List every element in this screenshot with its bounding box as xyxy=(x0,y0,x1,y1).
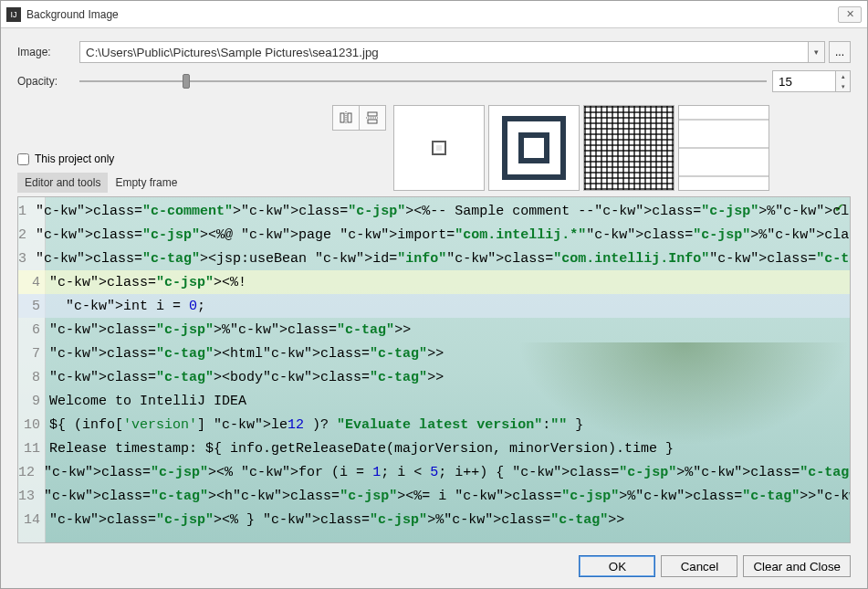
clear-and-close-button[interactable]: Clear and Close xyxy=(743,555,851,577)
anchor-grid[interactable] xyxy=(678,105,769,191)
tabs: Editor and tools Empty frame xyxy=(17,173,393,193)
tab-empty-frame[interactable]: Empty frame xyxy=(108,173,184,193)
chevron-up-icon[interactable]: ▴ xyxy=(836,71,850,81)
code-line: 6"c-kw">class="c-jsp">%"c-kw">class="c-t… xyxy=(18,318,850,342)
code-line: 3"c-kw">class="c-tag"><jsp:useBean "c-kw… xyxy=(18,247,850,270)
left-column: This project only Editor and tools Empty… xyxy=(17,105,393,193)
cancel-button[interactable]: Cancel xyxy=(661,555,737,577)
fill-scale-tile[interactable] xyxy=(488,105,580,191)
mirror-horizontal-icon[interactable] xyxy=(332,105,360,131)
opacity-spinner[interactable]: ▴ ▾ xyxy=(836,70,851,92)
dialog-title: Background Image xyxy=(26,8,838,21)
ok-button[interactable]: OK xyxy=(579,555,655,577)
code-line: 2"c-kw">class="c-jsp"><%@ "c-kw">page "c… xyxy=(18,223,850,247)
dialog-window: IJ Background Image ✕ Image: ▾ ... Opaci… xyxy=(0,0,868,589)
titlebar: IJ Background Image ✕ xyxy=(1,1,867,28)
code-line: 14"c-kw">class="c-jsp"><% } "c-kw">class… xyxy=(18,508,850,531)
code-line: 9Welcome to IntelliJ IDEA xyxy=(18,389,850,413)
mirror-vertical-icon[interactable] xyxy=(359,105,386,131)
code-line: 13"c-kw">class="c-tag"><h"c-kw">class="c… xyxy=(18,484,850,508)
image-row: Image: ▾ ... xyxy=(17,41,851,63)
app-icon: IJ xyxy=(6,7,21,22)
editor-preview: ✔ 1"c-kw">class="c-comment">"c-kw">class… xyxy=(17,196,851,543)
svg-rect-3 xyxy=(368,112,377,116)
preview-tiles xyxy=(393,105,851,193)
code-line: 10${ (info['version'] "c-kw">le 12 )? "E… xyxy=(18,413,850,436)
placement-toolbar xyxy=(17,105,393,131)
dialog-buttons: OK Cancel Clear and Close xyxy=(1,546,867,588)
code-line: 12"c-kw">class="c-jsp"><% "c-kw">for (i … xyxy=(18,460,850,484)
project-only-checkbox[interactable] xyxy=(17,153,29,165)
close-icon[interactable]: ✕ xyxy=(838,6,862,23)
project-only-row: This project only xyxy=(17,153,393,165)
dialog-content: Image: ▾ ... Opacity: ▴ ▾ xyxy=(1,28,867,546)
code-line: 7"c-kw">class="c-tag"><html"c-kw">class=… xyxy=(18,342,850,365)
opacity-input[interactable] xyxy=(772,70,836,92)
chevron-down-icon[interactable]: ▾ xyxy=(809,41,825,63)
fill-tile-tile[interactable] xyxy=(583,105,675,191)
opacity-slider[interactable] xyxy=(79,72,767,90)
code-line: 4"c-kw">class="c-jsp"><%! xyxy=(18,270,850,294)
svg-rect-1 xyxy=(348,113,351,122)
svg-rect-4 xyxy=(368,120,377,123)
code-line: 11Release timestamp: ${ info.getReleaseD… xyxy=(18,436,850,460)
chevron-down-icon[interactable]: ▾ xyxy=(836,81,850,91)
slider-thumb[interactable] xyxy=(183,74,190,89)
image-path-input[interactable] xyxy=(79,41,809,63)
fill-plain-tile[interactable] xyxy=(393,105,485,191)
opacity-label: Opacity: xyxy=(17,75,79,88)
anchor-center[interactable] xyxy=(709,147,739,149)
middle-section: This project only Editor and tools Empty… xyxy=(17,105,851,193)
tab-editor-and-tools[interactable]: Editor and tools xyxy=(17,173,108,193)
project-only-label: This project only xyxy=(35,153,114,165)
code-line: 1"c-kw">class="c-comment">"c-kw">class="… xyxy=(18,199,850,223)
svg-rect-0 xyxy=(340,113,344,122)
image-label: Image: xyxy=(17,46,79,58)
code-line: 8"c-kw">class="c-tag"><body"c-kw">class=… xyxy=(18,365,850,389)
browse-button[interactable]: ... xyxy=(829,41,851,63)
opacity-row: Opacity: ▴ ▾ xyxy=(17,70,851,92)
code-line: 5 "c-kw">int i = 0; xyxy=(18,294,850,318)
code-lines: 1"c-kw">class="c-comment">"c-kw">class="… xyxy=(18,197,850,533)
